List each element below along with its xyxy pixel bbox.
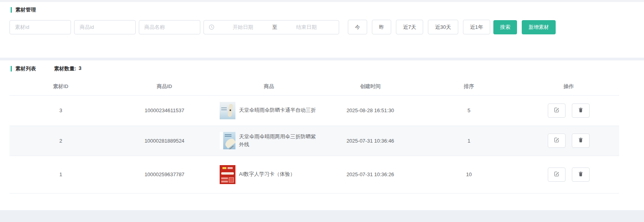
bottom-background-strip <box>0 210 644 222</box>
product-id-cell: 10000259637787 <box>112 156 217 193</box>
column-header-created-at: 创建时间 <box>321 78 420 95</box>
product-cell: 天堂伞雨伞晴雨两用伞三折防晒紫外线 <box>217 132 321 149</box>
column-header-product-id: 商品ID <box>112 78 217 95</box>
material-id-cell: 1 <box>9 156 112 193</box>
page-title: 素材管理 <box>15 6 36 13</box>
column-header-product: 商品 <box>217 78 321 95</box>
quick-range-yesterday-button[interactable]: 昨 <box>372 20 391 34</box>
edit-icon <box>554 137 559 144</box>
trash-icon <box>578 137 583 144</box>
table-row: 1 10000259637787 AI数字人学习卡（体验） <box>9 156 619 193</box>
table-row: 3 10000234611537 天堂伞晴雨伞防晒卡通半自动三折 2025-08… <box>9 95 619 126</box>
material-count-value: 3 <box>78 65 81 72</box>
search-button[interactable]: 搜索 <box>493 20 517 34</box>
row-actions <box>519 134 619 148</box>
start-date-input[interactable] <box>215 24 271 30</box>
product-name: AI数字人学习卡（体验） <box>239 170 295 178</box>
material-count: 素材数量: 3 <box>54 65 82 72</box>
product-thumbnail <box>220 102 235 119</box>
column-header-sort: 排序 <box>420 78 518 95</box>
filter-toolbar: 至 今 昨 近7天 近30天 近1年 搜索 新增素材 <box>9 20 644 34</box>
product-cell: AI数字人学习卡（体验） <box>217 165 321 184</box>
quick-range-30days-button[interactable]: 近30天 <box>428 20 458 34</box>
clock-icon <box>209 24 215 30</box>
delete-button[interactable] <box>572 103 590 118</box>
edit-icon <box>554 171 559 178</box>
material-id-input[interactable] <box>9 20 71 34</box>
material-id-cell: 3 <box>9 95 112 126</box>
product-name: 天堂伞晴雨伞防晒卡通半自动三折 <box>239 106 316 114</box>
material-list-panel: 素材列表 素材数量: 3 素材ID 商品ID 商品 创建时间 排序 操作 3 1… <box>0 60 644 210</box>
edit-button[interactable] <box>548 167 566 182</box>
product-id-cell: 10000234611537 <box>112 95 217 126</box>
table-header-row: 素材ID 商品ID 商品 创建时间 排序 操作 <box>9 78 619 95</box>
material-table: 素材ID 商品ID 商品 创建时间 排序 操作 3 10000234611537 <box>9 78 619 194</box>
trash-icon <box>578 107 583 114</box>
trash-icon <box>578 171 583 178</box>
product-cell: 天堂伞晴雨伞防晒卡通半自动三折 <box>217 102 321 119</box>
edit-button[interactable] <box>548 103 566 118</box>
material-management-panel: 素材管理 至 今 昨 近7天 近30天 近1年 搜索 新增素材 <box>0 2 644 58</box>
table-row: 2 10000281889524 天堂伞雨伞晴雨两用伞三折防晒紫外线 2025-… <box>9 126 619 156</box>
created-at-cell: 2025-08-28 16:51:30 <box>321 95 420 126</box>
product-id-input[interactable] <box>74 20 136 34</box>
quick-range-7days-button[interactable]: 近7天 <box>396 20 423 34</box>
section-divider-strip <box>0 58 644 60</box>
delete-button[interactable] <box>572 134 590 148</box>
product-name: 天堂伞雨伞晴雨两用伞三折防晒紫外线 <box>239 133 316 149</box>
title-accent-bar <box>11 66 12 71</box>
edit-icon <box>554 107 559 114</box>
material-count-label: 素材数量: <box>54 65 76 72</box>
material-id-cell: 2 <box>9 126 112 156</box>
title-accent-bar <box>11 7 12 13</box>
quick-range-today-button[interactable]: 今 <box>348 20 367 34</box>
product-id-cell: 10000281889524 <box>112 126 217 156</box>
quick-range-1year-button[interactable]: 近1年 <box>463 20 490 34</box>
delete-button[interactable] <box>572 167 590 182</box>
product-thumbnail <box>220 165 235 184</box>
edit-button[interactable] <box>548 134 566 148</box>
end-date-input[interactable] <box>279 24 334 30</box>
add-material-button[interactable]: 新增素材 <box>522 20 556 34</box>
date-range-separator: 至 <box>271 24 279 31</box>
sort-cell: 1 <box>420 126 518 156</box>
sort-cell: 5 <box>420 95 518 126</box>
column-header-material-id: 素材ID <box>9 78 112 95</box>
created-at-cell: 2025-07-31 10:36:26 <box>321 156 420 193</box>
list-title-row: 素材列表 素材数量: 3 <box>0 65 644 72</box>
column-header-actions: 操作 <box>518 78 619 95</box>
row-actions <box>519 103 619 118</box>
sort-cell: 10 <box>420 156 518 193</box>
list-title: 素材列表 <box>15 65 36 72</box>
created-at-cell: 2025-07-31 10:36:46 <box>321 126 420 156</box>
date-range-picker[interactable]: 至 <box>203 20 339 34</box>
panel-title-row: 素材管理 <box>11 6 644 13</box>
product-thumbnail <box>220 132 235 149</box>
row-actions <box>519 167 619 182</box>
product-name-input[interactable] <box>139 20 200 34</box>
